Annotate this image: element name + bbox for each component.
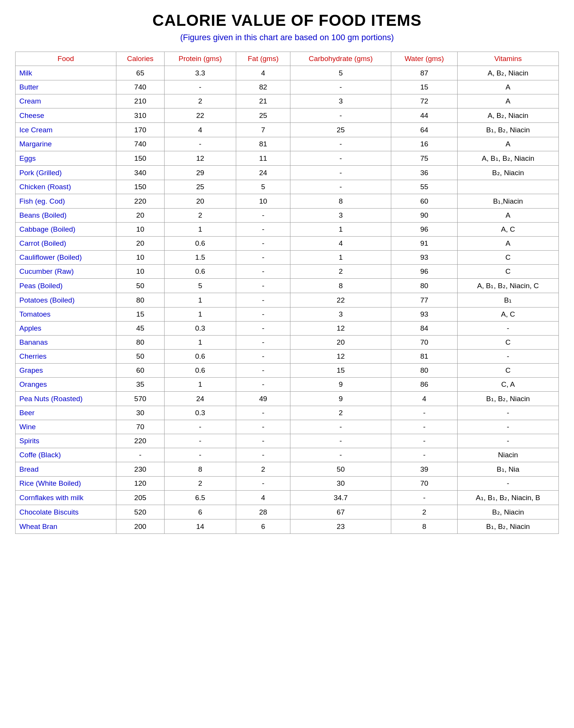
food-name-cell: Fish (eg. Cod) bbox=[16, 194, 116, 209]
table-row: Cabbage (Boiled)101-196A, C bbox=[16, 223, 559, 237]
data-cell: 77 bbox=[391, 293, 458, 308]
data-cell: 0.6 bbox=[164, 364, 236, 378]
data-cell: 70 bbox=[391, 477, 458, 491]
data-cell: - bbox=[236, 265, 290, 279]
data-cell: 1 bbox=[164, 308, 236, 322]
data-cell: 16 bbox=[391, 137, 458, 151]
data-cell: - bbox=[236, 293, 290, 308]
data-cell: - bbox=[290, 151, 391, 166]
data-cell: 740 bbox=[116, 80, 164, 94]
data-cell: 2 bbox=[391, 505, 458, 519]
data-cell: - bbox=[290, 434, 391, 448]
data-cell: 44 bbox=[391, 108, 458, 123]
table-row: Margarine740-81-16A bbox=[16, 137, 559, 151]
data-cell: 70 bbox=[116, 420, 164, 434]
column-header: Vitamins bbox=[457, 52, 558, 66]
data-cell: - bbox=[457, 350, 558, 364]
data-cell: - bbox=[457, 420, 558, 434]
data-cell: 12 bbox=[290, 350, 391, 364]
data-cell: 70 bbox=[391, 336, 458, 350]
data-cell: - bbox=[236, 378, 290, 392]
data-cell: 0.6 bbox=[164, 350, 236, 364]
data-cell: - bbox=[236, 209, 290, 223]
data-cell: 2 bbox=[236, 462, 290, 477]
data-cell: - bbox=[290, 180, 391, 194]
data-cell: 29 bbox=[164, 166, 236, 180]
table-row: Peas (Boiled)505-880A, B₁, B₂, Niacin, C bbox=[16, 279, 559, 293]
data-cell: A, B₂, Niacin bbox=[457, 66, 558, 80]
data-cell: Niacin bbox=[457, 448, 558, 462]
data-cell: 75 bbox=[391, 151, 458, 166]
food-name-cell: Butter bbox=[16, 80, 116, 94]
data-cell: 15 bbox=[391, 80, 458, 94]
data-cell: 4 bbox=[236, 66, 290, 80]
table-row: Cucumber (Raw)100.6-296C bbox=[16, 265, 559, 279]
food-name-cell: Beer bbox=[16, 406, 116, 420]
data-cell: 34.7 bbox=[290, 491, 391, 505]
data-cell: - bbox=[290, 80, 391, 94]
food-name-cell: Rice (White Boiled) bbox=[16, 477, 116, 491]
table-row: Wheat Bran200146238B₁, B₂, Niacin bbox=[16, 519, 559, 534]
table-row: Cauliflower (Boiled)101.5-193C bbox=[16, 251, 559, 265]
data-cell: 14 bbox=[164, 519, 236, 534]
data-cell: C bbox=[457, 336, 558, 350]
data-cell: - bbox=[236, 448, 290, 462]
data-cell bbox=[457, 180, 558, 194]
data-cell: 150 bbox=[116, 180, 164, 194]
data-cell: 0.3 bbox=[164, 322, 236, 336]
food-name-cell: Spirits bbox=[16, 434, 116, 448]
data-cell: 30 bbox=[290, 477, 391, 491]
food-name-cell: Coffe (Black) bbox=[16, 448, 116, 462]
data-cell: 22 bbox=[290, 293, 391, 308]
data-cell: - bbox=[164, 137, 236, 151]
data-cell: 82 bbox=[236, 80, 290, 94]
data-cell: A, B₁, B₂, Niacin bbox=[457, 151, 558, 166]
data-cell: B₁, Nia bbox=[457, 462, 558, 477]
data-cell: 39 bbox=[391, 462, 458, 477]
data-cell: 93 bbox=[391, 308, 458, 322]
data-cell: B₂, Niacin bbox=[457, 505, 558, 519]
data-cell: - bbox=[236, 251, 290, 265]
data-cell: - bbox=[164, 420, 236, 434]
data-cell: 30 bbox=[116, 406, 164, 420]
data-cell: B₁ bbox=[457, 293, 558, 308]
data-cell: 90 bbox=[391, 209, 458, 223]
data-cell: 120 bbox=[116, 477, 164, 491]
data-cell: - bbox=[457, 434, 558, 448]
table-row: Wine70----- bbox=[16, 420, 559, 434]
food-name-cell: Pea Nuts (Roasted) bbox=[16, 392, 116, 406]
data-cell: 520 bbox=[116, 505, 164, 519]
data-cell: 67 bbox=[290, 505, 391, 519]
data-cell: - bbox=[236, 406, 290, 420]
data-cell: C bbox=[457, 265, 558, 279]
data-cell: 80 bbox=[116, 336, 164, 350]
data-cell: C, A bbox=[457, 378, 558, 392]
subtitle: (Figures given in this chart are based o… bbox=[15, 33, 559, 42]
data-cell: 2 bbox=[290, 265, 391, 279]
data-cell: 3 bbox=[290, 308, 391, 322]
data-cell: 8 bbox=[164, 462, 236, 477]
data-cell: 12 bbox=[290, 322, 391, 336]
data-cell: 80 bbox=[391, 364, 458, 378]
data-cell: 21 bbox=[236, 94, 290, 108]
food-name-cell: Peas (Boiled) bbox=[16, 279, 116, 293]
data-cell: 15 bbox=[116, 308, 164, 322]
data-cell: - bbox=[290, 166, 391, 180]
food-name-cell: Margarine bbox=[16, 137, 116, 151]
data-cell: 4 bbox=[164, 123, 236, 137]
data-cell: 200 bbox=[116, 519, 164, 534]
food-name-cell: Tomatoes bbox=[16, 308, 116, 322]
data-cell: 6 bbox=[236, 519, 290, 534]
data-cell: - bbox=[236, 336, 290, 350]
data-cell: 4 bbox=[391, 392, 458, 406]
food-name-cell: Cheese bbox=[16, 108, 116, 123]
table-row: Pea Nuts (Roasted)570244994B₁, B₂, Niaci… bbox=[16, 392, 559, 406]
data-cell: A bbox=[457, 94, 558, 108]
data-cell: 2 bbox=[290, 406, 391, 420]
table-row: Coffe (Black)-----Niacin bbox=[16, 448, 559, 462]
data-cell: - bbox=[236, 322, 290, 336]
data-cell: 23 bbox=[290, 519, 391, 534]
table-row: Cream210221372A bbox=[16, 94, 559, 108]
food-name-cell: Cabbage (Boiled) bbox=[16, 223, 116, 237]
data-cell: 25 bbox=[236, 108, 290, 123]
